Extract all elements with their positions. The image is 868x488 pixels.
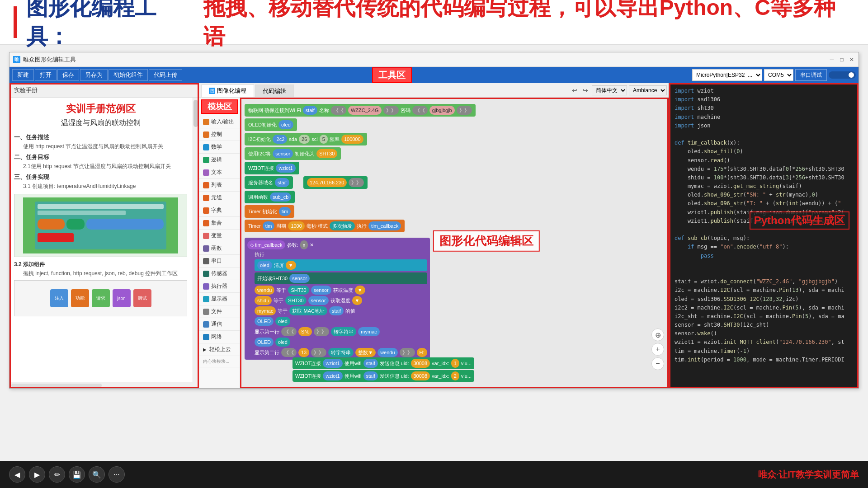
sn-display-block[interactable]: 显示第一行 《《 SN: 》》 转字符串 mymac (255, 327, 427, 336)
cat-cloud[interactable]: ▶ 轻松上云 (199, 343, 240, 356)
minimize-button[interactable]: ─ (829, 56, 835, 63)
upload-button[interactable]: 代码上传 (149, 69, 182, 81)
init-comp-button[interactable]: 初始化组件 (108, 69, 148, 81)
nav-zoom-button[interactable]: 🔍 (89, 466, 105, 483)
save-button[interactable]: 保存 (57, 69, 79, 81)
com-select[interactable]: COM5 (764, 69, 793, 81)
cat-set[interactable]: 集合 (199, 217, 240, 230)
code-line: def sub_cb(topic, msg): (675, 234, 853, 243)
cat-math[interactable]: 数学 (199, 141, 240, 154)
code-line: def tim_callback(x): (675, 139, 853, 147)
manual-bottom-image: 注入 功能 请求 json 调试 (14, 280, 187, 316)
cat-logic-icon (203, 157, 209, 163)
zoom-target-button[interactable]: ⊕ (651, 328, 664, 341)
cat-func[interactable]: 函数 (199, 242, 240, 255)
nav-brand-text: 唯众·让IT教学实训更简单 (758, 469, 859, 479)
code-line: oled.show_fill(0) (675, 147, 853, 156)
micropython-select[interactable]: MicroPython[ESP32_... (692, 69, 762, 81)
code-line: oled = ssd1306.SSD1306_I2C(128,32,i2c) (675, 295, 853, 304)
timer-init-block[interactable]: Timer 初始化 tim (245, 205, 294, 218)
mymac-block[interactable]: mymac 等于 获取 MAC地址 staif 的值 (255, 306, 427, 315)
middle-area: 图 图像化编程 代码编辑 ↩ ↪ 简体中文 Ambiance (199, 83, 669, 388)
section1-title: 一、任务描述 (14, 133, 187, 141)
close-button[interactable]: ✕ (849, 56, 855, 63)
callback-block[interactable]: 调用函数 sub_cb (245, 191, 295, 203)
nav-prev-button[interactable]: ◀ (9, 466, 25, 483)
cat-tuple-icon (203, 195, 209, 201)
cat-tuple[interactable]: 元组 (199, 192, 240, 204)
cat-actuator[interactable]: 执行器 (199, 280, 240, 293)
open-button[interactable]: 打开 (35, 69, 57, 81)
cat-logic[interactable]: 逻辑 (199, 154, 240, 166)
cat-serial[interactable]: 串口 (199, 255, 240, 267)
code-line: mymac = wziot.get_mac_string(staif) (675, 182, 853, 191)
code-tab[interactable]: 代码编辑 (255, 84, 294, 97)
i2c-init-block[interactable]: I2C初始化 i2c2 sda 26 scl 5 频率 100000 (245, 133, 367, 145)
shidu-block[interactable]: shidu 等于 SHT30 sensor 获取湿度 ▼ (255, 296, 427, 305)
cat-network-icon (203, 334, 209, 340)
block-canvas[interactable]: 图形化代码编辑区 物联网 确保连接到Wi-Fi staif 名称 《《 WZZC… (240, 98, 669, 388)
code-line: if msg == "on".encode("utf-8"): (675, 243, 853, 251)
nav-save-button[interactable]: 💾 (69, 466, 85, 483)
section1-content: 使用 http request 节点让温湿度与风扇的联动控制风扇开关 (23, 143, 187, 150)
code-line: oled.show_096_str("T: " + (str(int(wendu… (675, 199, 853, 208)
brightness-slider[interactable] (829, 71, 856, 79)
save-as-button[interactable]: 另存为 (80, 69, 108, 81)
callback-group[interactable]: ◇ tim_callback 参数: x ✕ 执行 oled 清屏 ▼ (245, 238, 430, 360)
code-line: wendu = 175*(sht30.SHT30.data[0]*256+sht… (675, 165, 853, 174)
undo-button[interactable]: ↩ (570, 86, 579, 95)
cat-list-icon (203, 182, 209, 188)
header-subtitle: 拖拽、移动替代传统的代码编写过程，可以导出Python、C等多种语 (203, 0, 854, 51)
wendu-block[interactable]: wendu 等于 SHT30 sensor 获取温度 ▼ (255, 286, 427, 295)
i2c-use-block[interactable]: 使用I2C将 sensor 初始化为 SHT30 (245, 147, 341, 160)
code-line (675, 269, 853, 277)
zoom-out-button[interactable]: − (651, 357, 664, 370)
server-block[interactable]: 124.70.166.230 》》 (303, 176, 368, 189)
cat-comm[interactable]: 通信 (199, 318, 240, 331)
wziot-publish1-block[interactable]: WZIOT连接 wziot1 使用wifi staif 发送信息 uid: 30… (292, 357, 474, 369)
cat-text[interactable]: 文本 (199, 166, 240, 179)
nav-draw-button[interactable]: ✏ (49, 466, 65, 483)
serial-button[interactable]: 串口调试 (795, 69, 827, 81)
new-button[interactable]: 新建 (12, 69, 34, 81)
wziot-block[interactable]: WZIOT连接 wziot1 (245, 162, 299, 174)
content-area: 实验手册 实训手册范例区 温湿度与风扇的联动控制 一、任务描述 使用 http … (9, 83, 859, 388)
redo-button[interactable]: ↪ (581, 86, 590, 95)
nav-more-button[interactable]: ··· (108, 466, 125, 483)
cat-var[interactable]: 变量 (199, 230, 240, 242)
code-line: import wziot (675, 87, 853, 95)
nav-next-button[interactable]: ▶ (29, 466, 45, 483)
cat-io[interactable]: 输入/输出 (199, 116, 240, 128)
code-content: import wziot import ssd1306 import sht30… (669, 83, 859, 388)
sht30-start-block[interactable]: 开始读SHT30 sensor (255, 272, 427, 284)
code-line: pass (675, 252, 853, 260)
zoom-in-button[interactable]: + (651, 343, 664, 356)
oled-display-block[interactable]: OLED oled (255, 317, 427, 326)
wifi-name-block[interactable]: 服务器域名 staif (245, 176, 293, 189)
timer-period-block[interactable]: Timer tim 周期 1000 毫秒 模式 多次触发 执行 tim_call… (245, 220, 405, 232)
cat-dict[interactable]: 字典 (199, 204, 240, 217)
left-panel-scrollbar[interactable] (193, 98, 199, 382)
oled-display2-block[interactable]: OLED oled (255, 338, 427, 347)
wziot-publish2-block[interactable]: WZIOT连接 wziot1 使用wifi staif 发送信息 uid: 30… (292, 370, 474, 382)
maximize-button[interactable]: □ (839, 56, 845, 63)
oled-init-block[interactable]: OLED初始化 oled (245, 118, 297, 131)
cat-var-icon (203, 233, 209, 239)
cat-sensor[interactable]: 传感器 (199, 267, 240, 280)
cat-network[interactable]: 网络 (199, 331, 240, 343)
iot-wifi-block[interactable]: 物联网 确保连接到Wi-Fi staif 名称 《《 WZZC_2.4G 》》 … (245, 104, 476, 117)
cat-display[interactable]: 显示器 (199, 293, 240, 305)
oled-clear-block[interactable]: oled 清屏 ▼ (255, 259, 427, 271)
code-line: import ssd1306 (675, 95, 853, 104)
cat-list[interactable]: 列表 (199, 179, 240, 192)
app-window: 唯 唯众图形化编辑工具 ─ □ ✕ 新建 打开 保存 另存为 初始化组件 代码上… (9, 52, 859, 389)
temp-display-block[interactable]: 显示第二行 《《 13 》》 转字符串 整数▼ wendu 》》 H: (255, 348, 427, 357)
graphical-tab[interactable]: 图 图像化编程 (201, 84, 254, 97)
code-line: import json (675, 122, 853, 130)
cat-more[interactable]: 内心块模块... (199, 356, 240, 367)
left-panel-header: 实验手册 (9, 83, 199, 98)
theme-select[interactable]: Ambiance (629, 85, 667, 95)
cat-file[interactable]: 文件 (199, 305, 240, 318)
language-select[interactable]: 简体中文 (592, 85, 627, 95)
cat-control[interactable]: 控制 (199, 128, 240, 141)
